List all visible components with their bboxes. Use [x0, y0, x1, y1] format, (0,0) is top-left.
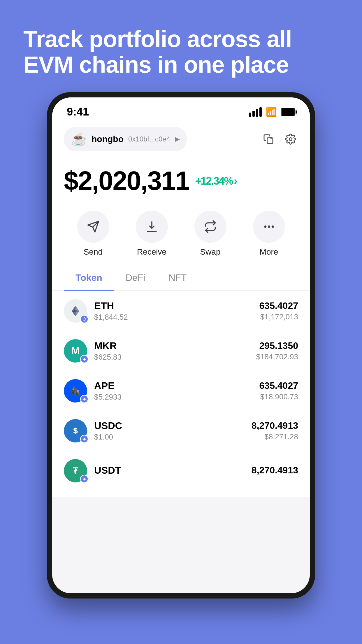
- usdc-symbol: USDC: [94, 420, 252, 431]
- mkr-symbol: MKR: [94, 340, 256, 351]
- usdc-logo-container: $ ◈: [64, 419, 87, 442]
- balance-section: $2,020,311 +12.34% ›: [52, 157, 310, 199]
- usdc-price: $1.00: [94, 433, 252, 442]
- swap-button[interactable]: Swap: [194, 211, 226, 257]
- usdc-balance: 8,270.4913 $8,271.28: [252, 420, 298, 441]
- svg-point-7: [272, 226, 273, 227]
- tab-nft[interactable]: NFT: [157, 265, 198, 291]
- token-row-usdt[interactable]: ₮ ◈ USDT 8,270.4913: [52, 451, 310, 497]
- hero-line2: EVM chains in one place: [23, 52, 339, 78]
- svg-point-1: [270, 137, 272, 139]
- ape-logo-container: 🦍 ◈: [64, 379, 87, 402]
- tab-defi[interactable]: DeFi: [114, 265, 157, 291]
- receive-label: Receive: [137, 247, 166, 257]
- usdt-balance: 8,270.4913: [252, 465, 298, 477]
- ape-price: $5.2933: [94, 393, 259, 402]
- usdt-symbol: USDT: [94, 465, 252, 476]
- usdt-amount: 8,270.4913: [252, 465, 298, 476]
- send-button[interactable]: Send: [77, 211, 109, 257]
- token-row-eth[interactable]: ⬡ ETH $1,844.52 635.4027 $1,172,013: [52, 291, 310, 331]
- usdt-info: USDT: [94, 465, 252, 477]
- balance-amount: $2,020,311 +12.34% ›: [64, 166, 298, 196]
- tab-token[interactable]: Token: [64, 265, 114, 291]
- eth-price: $1,844.52: [94, 313, 259, 322]
- phone-screen: 9:41 📶 ☕ hongbo 0x10bf.: [52, 97, 310, 593]
- hero-text: Track portfolio across all EVM chains in…: [0, 0, 362, 89]
- copy-button[interactable]: [261, 132, 276, 147]
- eth-symbol: ETH: [94, 300, 259, 312]
- mkr-logo-container: M ◈: [64, 339, 87, 363]
- ape-info: APE $5.2933: [94, 380, 259, 402]
- svg-point-2: [289, 138, 292, 141]
- status-time: 9:41: [67, 106, 89, 118]
- eth-balance: 635.4027 $1,172,013: [259, 300, 298, 321]
- balance-change-arrow: ›: [234, 175, 237, 187]
- ape-value: $18,900.73: [259, 392, 298, 401]
- token-row-usdc[interactable]: $ ◈ USDC $1.00 8,270.4913 $8,271.28: [52, 411, 310, 451]
- token-list: ⬡ ETH $1,844.52 635.4027 $1,172,013: [52, 291, 310, 497]
- eth-amount: 635.4027: [259, 300, 298, 311]
- usdc-value: $8,271.28: [252, 432, 298, 441]
- mkr-value: $184,702.93: [256, 352, 298, 361]
- tab-bar: Token DeFi NFT: [52, 265, 310, 291]
- swap-label: Swap: [200, 247, 220, 257]
- battery-icon: [281, 108, 295, 116]
- receive-icon: [136, 211, 168, 243]
- more-icon: [253, 211, 285, 243]
- hero-line1: Track portfolio across all: [23, 26, 339, 52]
- balance-change[interactable]: +12.34% ›: [195, 175, 237, 187]
- token-row-ape[interactable]: 🦍 ◈ APE $5.2933 635.4027 $18,900.73: [52, 371, 310, 411]
- svg-point-5: [265, 226, 266, 227]
- usdc-chain-badge: ◈: [80, 435, 88, 443]
- mkr-info: MKR $625.83: [94, 340, 256, 362]
- send-icon: [77, 211, 109, 243]
- action-buttons: Send Receive: [52, 199, 310, 265]
- more-button[interactable]: More: [253, 211, 285, 257]
- ape-balance: 635.4027 $18,900.73: [259, 380, 298, 401]
- mkr-chain-badge: ◈: [80, 355, 88, 363]
- ape-amount: 635.4027: [259, 380, 298, 391]
- svg-point-6: [268, 226, 270, 227]
- app-header: ☕ hongbo 0x10bf...c0e4 ▶: [52, 121, 310, 157]
- token-row-mkr[interactable]: M ◈ MKR $625.83 295.1350 $184,702.93: [52, 331, 310, 371]
- settings-button[interactable]: [283, 132, 298, 147]
- header-icons: [261, 132, 298, 147]
- eth-logo: ⬡: [64, 299, 87, 323]
- mkr-balance: 295.1350 $184,702.93: [256, 340, 298, 361]
- wallet-name: hongbo: [92, 134, 124, 144]
- phone-wrapper: 9:41 📶 ☕ hongbo 0x10bf.: [41, 92, 321, 644]
- wallet-emoji-icon: ☕: [71, 132, 87, 147]
- phone-frame: 9:41 📶 ☕ hongbo 0x10bf.: [47, 92, 315, 598]
- swap-icon: [194, 211, 226, 243]
- wallet-selector[interactable]: ☕ hongbo 0x10bf...c0e4 ▶: [64, 127, 187, 151]
- usdt-chain-badge: ◈: [80, 475, 88, 483]
- send-label: Send: [84, 247, 103, 257]
- wallet-chevron-icon: ▶: [175, 135, 180, 143]
- eth-info: ETH $1,844.52: [94, 300, 259, 322]
- balance-value: $2,020,311: [64, 166, 189, 196]
- mkr-amount: 295.1350: [256, 340, 298, 351]
- status-icons: 📶: [249, 107, 295, 117]
- usdt-logo-container: ₮ ◈: [64, 459, 87, 482]
- usdc-amount: 8,270.4913: [252, 420, 298, 431]
- svg-rect-0: [267, 138, 273, 144]
- ape-chain-badge: ◈: [80, 395, 88, 403]
- status-bar: 9:41 📶: [52, 97, 310, 121]
- usdc-info: USDC $1.00: [94, 420, 252, 442]
- wifi-icon: 📶: [266, 107, 277, 117]
- balance-change-value: +12.34%: [195, 175, 233, 187]
- signal-icon: [249, 107, 262, 117]
- receive-button[interactable]: Receive: [136, 211, 168, 257]
- more-label: More: [260, 247, 278, 257]
- wallet-address: 0x10bf...c0e4: [128, 135, 170, 143]
- eth-value: $1,172,013: [259, 312, 298, 321]
- eth-chain-badge: ⬡: [80, 315, 88, 323]
- ape-symbol: APE: [94, 380, 259, 391]
- mkr-price: $625.83: [94, 353, 256, 362]
